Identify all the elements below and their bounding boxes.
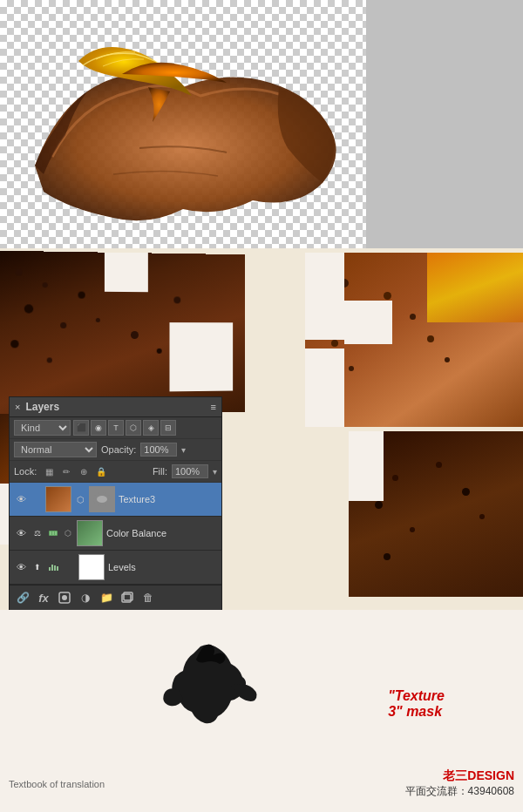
layer-texture3-chain[interactable]: ⬡ (75, 494, 85, 504)
brand-name-text: 老三DESIGN (443, 768, 514, 784)
choc-3-side (349, 431, 523, 597)
opacity-input[interactable] (140, 443, 177, 457)
kind-dropdown[interactable]: Kind (14, 420, 71, 436)
layers-toolbar: 🔗 fx ◑ 📁 🗑 (10, 585, 221, 610)
layer-levels-visibility[interactable]: 👁 (14, 560, 28, 574)
add-mask-button[interactable] (56, 589, 73, 606)
filter-pixel-icon[interactable]: ⬛ (73, 420, 89, 436)
svg-rect-3 (50, 531, 51, 535)
layer-texture3-name: Texture3 (119, 494, 217, 504)
svg-rect-8 (54, 565, 56, 571)
layers-panel: × Layers ≡ Kind ⬛ ◉ T ⬡ ◈ ⊟ Normal Opaci… (9, 396, 222, 610)
new-group-button[interactable]: 📁 (98, 589, 115, 606)
lock-transparent-icon[interactable]: ▦ (41, 464, 57, 479)
choc-3-front (305, 253, 523, 427)
middle-section: × Layers ≡ Kind ⬛ ◉ T ⬡ ◈ ⊟ Normal Opaci… (0, 248, 523, 610)
kind-row: Kind ⬛ ◉ T ⬡ ◈ ⊟ (10, 417, 221, 439)
top-section (0, 0, 523, 248)
fill-dropdown-arrow[interactable]: ▾ (213, 467, 217, 477)
textbook-label: Textbook of translation (9, 779, 105, 789)
mask-silhouette-image (157, 638, 262, 742)
svg-rect-9 (57, 566, 58, 571)
fill-input[interactable] (172, 464, 208, 478)
panel-header: × Layers ≡ (10, 397, 221, 417)
add-style-button[interactable]: fx (35, 589, 52, 606)
filter-type-icon[interactable]: T (108, 420, 124, 436)
filter-all-icon[interactable]: ⊟ (160, 420, 176, 436)
svg-rect-5 (55, 531, 57, 535)
filter-shape-icon[interactable]: ⬡ (126, 420, 141, 436)
panel-title-label: Layers (20, 401, 210, 413)
layer-levels-type-icon: ⬆ (31, 561, 44, 573)
layer-levels-chain (63, 562, 75, 572)
bottom-section: "Texture 3" mask Textbook of translation… (0, 610, 523, 812)
panel-menu-button[interactable]: ≡ (211, 402, 216, 412)
delete-layer-button[interactable]: 🗑 (139, 589, 157, 606)
bottom-branding-row: Textbook of translation 老三DESIGN 平面交流群：4… (9, 768, 514, 799)
link-layers-button[interactable]: 🔗 (14, 589, 31, 606)
layer-levels[interactable]: 👁 ⬆ Levels (10, 551, 221, 585)
new-adjustment-button[interactable]: ◑ (77, 589, 94, 606)
blend-mode-dropdown[interactable]: Normal (14, 442, 97, 457)
layer-levels-name: Levels (108, 562, 217, 572)
brand-subtitle-text: 平面交流群：43940608 (405, 784, 514, 799)
layer-colorbalance[interactable]: 👁 ⚖ ⬡ Color Balance (10, 517, 221, 551)
layer-colorbalance-thumbnail (77, 520, 103, 546)
mask-label-text: "Texture 3" mask (388, 688, 445, 720)
layer-texture3-thumbnail (45, 486, 71, 512)
filter-smart-icon[interactable]: ◈ (143, 420, 159, 436)
svg-rect-7 (51, 565, 53, 571)
svg-rect-6 (49, 567, 51, 571)
filter-adjust-icon[interactable]: ◉ (91, 420, 106, 436)
fill-label: Fill: (153, 466, 167, 477)
layer-texture3-visibility[interactable]: 👁 (14, 492, 28, 506)
lock-label: Lock: (14, 466, 37, 477)
lock-all-icon[interactable]: 🔒 (93, 464, 109, 479)
layer-colorbalance-name: Color Balance (106, 528, 217, 538)
svg-point-1 (97, 496, 107, 503)
layer-texture3-link-left (31, 494, 42, 504)
blend-mode-row: Normal Opacity: ▾ (10, 439, 221, 461)
lock-icons-group: ▦ ✏ ⊕ 🔒 (41, 464, 109, 479)
layer-texture3-mask (89, 486, 115, 512)
layer-colorbalance-visibility[interactable]: 👁 (14, 526, 28, 540)
svg-rect-4 (52, 531, 54, 535)
lock-row: Lock: ▦ ✏ ⊕ 🔒 Fill: ▾ (10, 461, 221, 483)
chocolate-image (9, 9, 349, 240)
new-layer-button[interactable] (119, 589, 136, 606)
choc-slab-1 (0, 251, 245, 416)
lock-position-icon[interactable]: ⊕ (76, 464, 92, 479)
kind-filter-icons: ⬛ ◉ T ⬡ ◈ ⊟ (73, 420, 176, 436)
gray-area (366, 0, 523, 248)
layer-levels-extra-icon (47, 561, 59, 573)
lock-image-icon[interactable]: ✏ (58, 464, 74, 479)
brand-info: 老三DESIGN 平面交流群：43940608 (405, 768, 514, 799)
layer-colorbalance-chain[interactable]: ⬡ (63, 528, 73, 538)
opacity-dropdown-arrow[interactable]: ▾ (181, 445, 186, 455)
layer-colorbalance-type-icon: ⚖ (31, 527, 44, 539)
svg-point-11 (62, 595, 67, 600)
layer-colorbalance-extra-icon (47, 527, 59, 539)
layer-levels-thumbnail (78, 554, 105, 580)
layer-texture3[interactable]: 👁 ⬡ Texture3 (10, 483, 221, 517)
opacity-label: Opacity: (101, 444, 136, 455)
